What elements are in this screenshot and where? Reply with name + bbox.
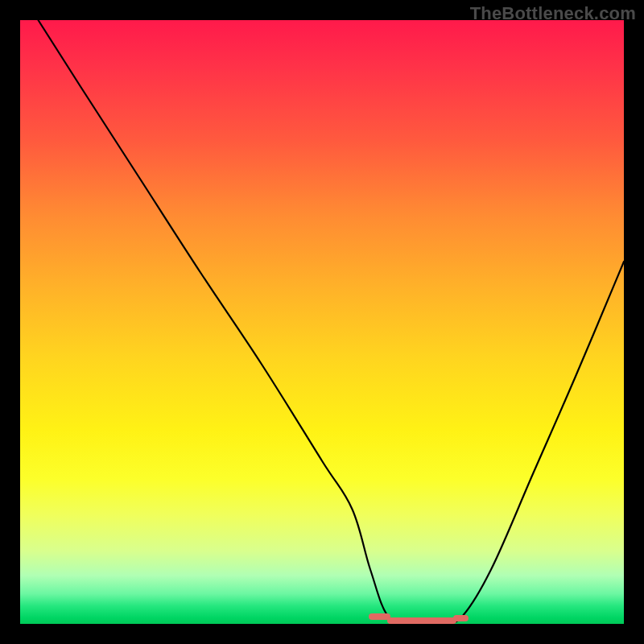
- curve-line: [39, 20, 625, 622]
- trough-marker-2: [453, 615, 469, 621]
- chart-svg: [0, 0, 644, 644]
- chart-frame: TheBottleneck.com: [0, 0, 644, 644]
- watermark-text: TheBottleneck.com: [470, 3, 636, 24]
- trough-marker-1: [387, 617, 457, 624]
